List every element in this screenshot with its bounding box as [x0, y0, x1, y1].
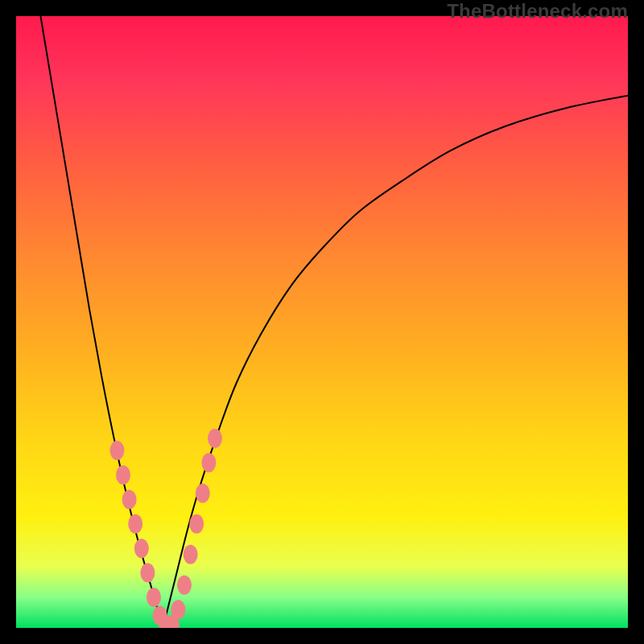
attribution-text: TheBottleneck.com — [447, 0, 628, 23]
app-frame: TheBottleneck.com — [0, 0, 644, 644]
curve-right-branch — [163, 96, 628, 628]
chart-marker — [116, 465, 130, 485]
chart-svg — [16, 16, 628, 628]
chart-marker — [196, 484, 210, 503]
chart-marker — [177, 576, 192, 595]
marker-group — [109, 428, 222, 628]
chart-marker — [189, 514, 204, 534]
chart-marker — [134, 539, 149, 558]
curve-left-branch — [40, 16, 163, 628]
chart-plot-area — [16, 16, 628, 628]
chart-marker — [122, 489, 137, 509]
chart-marker — [208, 428, 222, 448]
chart-marker — [109, 441, 124, 460]
chart-marker — [201, 453, 216, 473]
chart-marker — [140, 564, 155, 583]
chart-marker — [184, 545, 198, 564]
chart-marker — [171, 600, 185, 619]
chart-marker — [128, 514, 142, 534]
chart-marker — [147, 588, 161, 607]
